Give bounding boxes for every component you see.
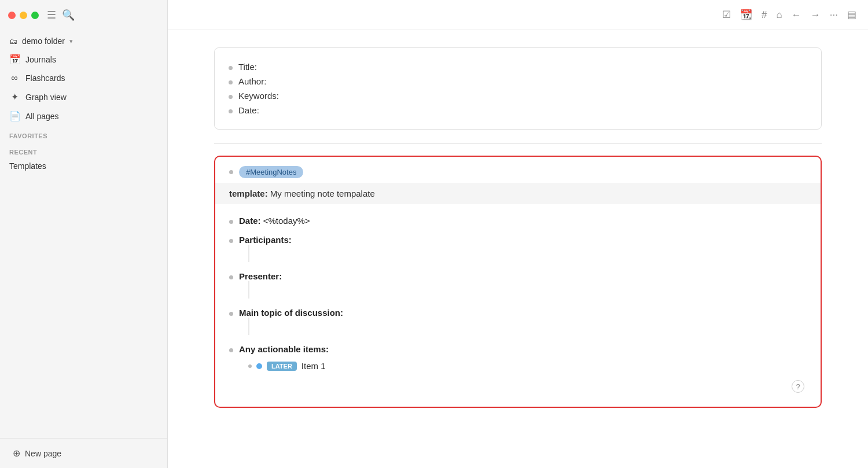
list-item: Date:	[229, 103, 807, 117]
meeting-notes-tag[interactable]: #MeetingNotes	[239, 166, 303, 178]
home-icon[interactable]: ⌂	[777, 9, 782, 21]
template-value: My meeting note tempalate	[270, 189, 375, 198]
sidebar-item-label: All pages	[25, 112, 59, 121]
sidebar-item-journals[interactable]: 📅 Journals	[0, 50, 167, 69]
action-item-text: Item 1	[301, 361, 326, 371]
meeting-block-header: #MeetingNotes	[215, 157, 821, 183]
folder-item[interactable]: 🗂 demo folder ▾	[0, 32, 167, 50]
sidebar-toggle-icon[interactable]: ▤	[847, 9, 856, 21]
content-area: Title: Author: Keywords: Date:	[168, 30, 868, 468]
folder-icon: 🗂	[9, 36, 17, 46]
sidebar-item-flashcards[interactable]: ∞ Flashcards	[0, 69, 167, 87]
checkbox-icon[interactable]: ☑	[722, 9, 731, 21]
field-participants-label: Participants:	[239, 235, 292, 245]
forward-icon[interactable]: →	[811, 9, 821, 21]
template-title-row: template: My meeting note tempalate	[215, 183, 821, 204]
field-title: Title:	[238, 62, 257, 72]
list-item: Keywords:	[229, 89, 807, 103]
meeting-field-participants: Participants:	[229, 230, 807, 267]
bullet-dot	[229, 275, 233, 279]
meeting-field-action-items: Any actionable items: LATER Item 1	[229, 340, 807, 379]
meeting-field-presenter: Presenter:	[229, 267, 807, 303]
sidebar-item-graph-view[interactable]: ✦ Graph view	[0, 87, 167, 106]
field-action-items-label: Any actionable items:	[239, 344, 329, 354]
meeting-field-main-topic: Main topic of discussion:	[229, 303, 807, 340]
bullet-dot	[229, 348, 233, 352]
hash-icon[interactable]: #	[762, 9, 767, 21]
bullet-dot	[229, 80, 233, 84]
sub-bullet-dot	[248, 364, 252, 368]
later-badge: LATER	[267, 362, 297, 371]
traffic-lights	[8, 12, 39, 19]
divider	[214, 143, 822, 144]
sidebar-nav: 🗂 demo folder ▾ 📅 Journals ∞ Flashcards …	[0, 30, 167, 438]
bullet-dot	[229, 312, 233, 316]
bullet-dot	[229, 109, 233, 113]
minimize-button[interactable]	[20, 12, 27, 19]
graph-icon: ✦	[9, 91, 20, 102]
close-button[interactable]	[8, 12, 16, 19]
list-item: Author:	[229, 74, 807, 89]
pages-icon: 📄	[9, 110, 20, 121]
sidebar-item-label: Templates	[9, 161, 46, 171]
sidebar: ☰ 🔍 🗂 demo folder ▾ 📅 Journals ∞ Flashca…	[0, 0, 168, 468]
main-topic-indent	[248, 318, 343, 335]
meeting-field-date: Date: <%today%>	[229, 211, 807, 230]
help-icon[interactable]: ?	[792, 380, 804, 393]
sidebar-item-templates[interactable]: Templates	[0, 158, 167, 174]
recent-section-label: RECENT	[0, 142, 167, 158]
folder-label: demo folder	[22, 36, 65, 46]
top-field-list: Title: Author: Keywords: Date:	[229, 60, 807, 117]
sidebar-footer: ⊕ New page	[0, 438, 167, 468]
bullet-dot	[229, 66, 233, 70]
sidebar-item-label: Journals	[25, 55, 56, 64]
meeting-notes-block: #MeetingNotes template: My meeting note …	[214, 156, 822, 408]
new-page-label: New page	[25, 449, 61, 458]
field-author: Author:	[238, 76, 266, 86]
bullet-dot	[229, 95, 233, 99]
search-icon[interactable]: 🔍	[62, 9, 75, 21]
calendar-icon: 📅	[9, 54, 20, 65]
field-presenter-label: Presenter:	[239, 271, 282, 281]
calendar-icon[interactable]: 📆	[740, 9, 752, 21]
topbar: ☑ 📆 # ⌂ ← → ··· ▤	[168, 0, 868, 30]
infinity-icon: ∞	[9, 73, 20, 83]
main-content: ☑ 📆 # ⌂ ← → ··· ▤ Title: Author: Keywo	[168, 0, 868, 468]
field-date: Date:	[238, 105, 259, 115]
sidebar-item-label: Graph view	[25, 93, 67, 102]
top-template-block: Title: Author: Keywords: Date:	[214, 47, 822, 130]
back-icon[interactable]: ←	[792, 9, 801, 21]
plus-icon: ⊕	[13, 448, 20, 459]
bullet-dot	[229, 239, 233, 243]
field-date-label: Date:	[239, 216, 261, 226]
meeting-block-wrapper: #MeetingNotes template: My meeting note …	[214, 156, 822, 408]
sidebar-titlebar: ☰ 🔍	[0, 0, 167, 30]
field-keywords: Keywords:	[238, 91, 279, 101]
new-page-button[interactable]: ⊕ New page	[7, 443, 160, 463]
field-main-topic-label: Main topic of discussion:	[239, 308, 343, 318]
sidebar-item-all-pages[interactable]: 📄 All pages	[0, 106, 167, 126]
field-date-value: <%today%>	[263, 216, 310, 226]
list-item: Title:	[229, 60, 807, 74]
meeting-content: Date: <%today%> Participants:	[215, 207, 821, 388]
more-icon[interactable]: ···	[830, 9, 838, 21]
sidebar-item-label: Flashcards	[25, 73, 65, 83]
maximize-button[interactable]	[31, 12, 39, 19]
status-dot	[256, 363, 262, 369]
bullet-dot	[229, 220, 233, 224]
bullet-dot	[229, 170, 233, 174]
action-item-row: LATER Item 1	[248, 358, 807, 374]
favorites-section-label: FAVORITES	[0, 126, 167, 142]
presenter-indent	[248, 281, 282, 299]
template-label: template:	[229, 189, 268, 198]
chevron-down-icon: ▾	[69, 38, 73, 45]
menu-icon[interactable]: ☰	[47, 9, 56, 21]
participants-indent	[248, 245, 292, 262]
